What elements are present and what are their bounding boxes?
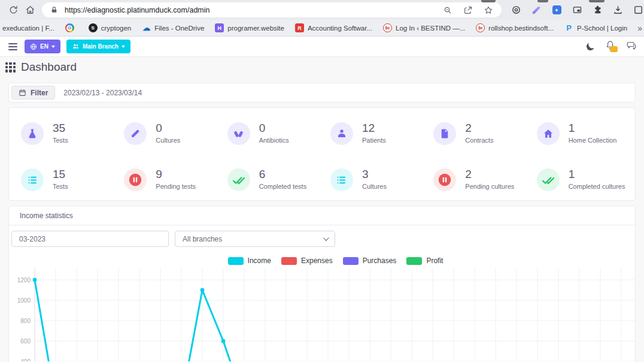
branch-select-value: All branches <box>183 235 222 243</box>
stat-item: 2 Contracts <box>425 122 528 154</box>
bookmark-item[interactable]: S cryptogen <box>83 23 137 32</box>
home-stat-icon <box>537 122 560 145</box>
bookmark-item[interactable]: P P-School | Login <box>559 23 633 32</box>
legend-swatch <box>281 257 297 265</box>
bookmarks-bar: exeducation | F... S cryptogen ☁ Files -… <box>0 20 644 37</box>
stat-label: Pending cultures <box>465 183 514 190</box>
stat-value: 9 <box>156 168 196 180</box>
legend-item-profit[interactable]: Profit <box>406 257 443 265</box>
test-tube-icon <box>130 128 141 139</box>
legend-item-expenses[interactable]: Expenses <box>281 257 333 265</box>
home-icon[interactable] <box>24 4 36 16</box>
stat-value: 1 <box>569 168 625 180</box>
date-range-input[interactable]: 2023/02/13 - 2023/03/14 <box>55 86 633 99</box>
picture-in-picture-icon[interactable] <box>571 4 583 16</box>
stat-item: 0 Antibiotics <box>219 122 322 154</box>
stat-item: 9 Pending tests <box>116 168 218 200</box>
share-icon[interactable] <box>462 4 474 16</box>
bookmark-item[interactable]: 8e rollshop.bestindsoft... <box>470 23 559 32</box>
profile-square-icon[interactable] <box>632 4 644 16</box>
translate-ai-extension-icon[interactable] <box>551 4 563 16</box>
language-button[interactable]: EN <box>25 40 60 53</box>
chart-legend: IncomeExpensesPurchasesProfit <box>36 257 635 265</box>
income-card-title: Income statistics <box>9 206 635 225</box>
dark-mode-moon-icon[interactable] <box>586 42 596 52</box>
legend-label: Profit <box>426 257 443 265</box>
bookmark-star-icon[interactable] <box>482 4 494 16</box>
google-favicon-icon <box>65 23 74 32</box>
8e-favicon-icon: 8e <box>476 23 485 32</box>
stat-label: Patients <box>362 137 386 144</box>
double-check-icon <box>542 174 554 186</box>
double-check-icon <box>232 174 245 186</box>
month-input[interactable]: 03-2023 <box>11 231 169 247</box>
line-chart-canvas: 12001000800600400 <box>9 268 635 361</box>
dashboard-grid-icon <box>5 62 16 73</box>
svg-text:1200: 1200 <box>17 277 31 283</box>
calendar-icon <box>19 89 26 96</box>
app-header: EN Main Branch <box>0 37 644 57</box>
stat-label: Completed tests <box>259 183 306 190</box>
red-r-favicon-icon: R <box>295 23 304 32</box>
list-icon <box>27 174 38 186</box>
branch-button[interactable]: Main Branch <box>66 40 130 53</box>
bookmark-label: Files - OneDrive <box>154 25 204 32</box>
legend-item-income[interactable]: Income <box>228 257 271 265</box>
reload-icon[interactable] <box>7 4 19 16</box>
bookmarks-overflow-icon[interactable]: » <box>633 23 644 33</box>
bookmark-item[interactable]: 8e Log In ‹ BESTIND —... <box>378 23 470 32</box>
swirl-extension-icon[interactable] <box>510 4 522 16</box>
browser-window: https://ediagnostic.platinumduck.com/adm… <box>0 0 644 362</box>
lock-icon <box>48 4 60 16</box>
url-text[interactable]: https://ediagnostic.platinumduck.com/adm… <box>65 6 442 14</box>
pills-stat-icon <box>227 122 250 145</box>
p-school-favicon-icon: P <box>564 23 573 32</box>
zoom-icon[interactable] <box>442 4 454 16</box>
extensions-puzzle-icon[interactable] <box>591 4 603 16</box>
stat-item: 15 Tests <box>13 168 116 200</box>
chevron-down-icon <box>121 46 125 48</box>
stat-item: 3 Cultures <box>322 168 425 200</box>
chat-icon[interactable] <box>626 40 637 53</box>
pause-icon <box>437 172 452 188</box>
branch-select[interactable]: All branches <box>175 231 335 247</box>
bookmark-item[interactable]: exeducation | F... <box>0 25 60 32</box>
bookmark-item[interactable] <box>60 23 83 32</box>
list-stat-icon <box>330 168 353 191</box>
address-bar[interactable]: https://ediagnostic.platinumduck.com/adm… <box>42 2 502 17</box>
stat-item: 35 Tests <box>13 122 116 154</box>
bookmark-item[interactable]: H programer.website <box>209 23 290 32</box>
legend-swatch <box>228 257 244 265</box>
tab-strip-fragment <box>589 0 604 2</box>
pen-extension-icon[interactable] <box>530 4 542 16</box>
bookmark-item[interactable]: R Accounting Softwar... <box>290 23 378 32</box>
chevron-down-icon <box>51 46 55 48</box>
filter-label: Filter <box>31 89 48 97</box>
bookmark-item[interactable]: ☁ Files - OneDrive <box>136 23 209 32</box>
8e-favicon-icon: 8e <box>383 23 392 32</box>
home-icon <box>543 128 554 139</box>
stat-label: Home Collection <box>569 137 617 144</box>
browser-toolbar: https://ediagnostic.platinumduck.com/adm… <box>0 0 644 20</box>
menu-toggle-icon[interactable] <box>7 42 19 52</box>
patient-stat-icon <box>330 122 353 145</box>
stat-value: 2 <box>465 122 493 134</box>
bookmark-label: programer.website <box>227 25 284 32</box>
downloads-icon[interactable] <box>612 4 624 16</box>
stat-label: Tests <box>53 183 68 190</box>
stat-item: 2 Pending cultures <box>425 168 528 200</box>
legend-item-purchases[interactable]: Purchases <box>343 257 397 265</box>
legend-swatch <box>343 257 359 265</box>
stat-value: 12 <box>362 122 386 134</box>
legend-swatch <box>406 257 422 265</box>
tab-strip-fragment <box>481 0 496 2</box>
notifications-bell-icon[interactable] <box>605 40 615 53</box>
contract-icon <box>439 128 450 139</box>
users-icon <box>72 43 80 50</box>
extension-icons <box>510 4 644 16</box>
check-stat-icon <box>227 168 250 191</box>
bookmark-label: P-School | Login <box>577 25 627 32</box>
stat-value: 6 <box>259 168 306 180</box>
flask-icon <box>27 128 38 139</box>
stat-label: Cultures <box>362 183 387 190</box>
